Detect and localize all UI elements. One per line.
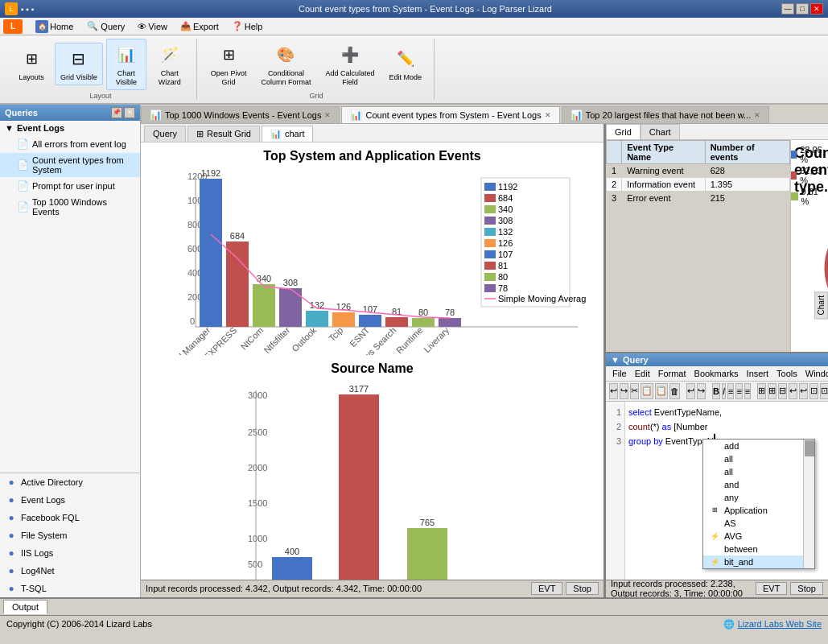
tab-top1000[interactable]: 📊 Top 1000 Windows Events - Event Logs ✕ — [141, 106, 340, 123]
tree-item-tsql[interactable]: ● T-SQL — [0, 580, 140, 597]
qtool-italic[interactable]: I — [722, 383, 726, 399]
tree-item-file-system[interactable]: ● File System — [0, 526, 140, 544]
ac-item-as[interactable]: AS — [703, 517, 803, 530]
menu-view[interactable]: 👁 View — [131, 20, 174, 33]
right-tab-chart[interactable]: Chart — [641, 124, 680, 139]
qtool-undo[interactable]: ↩ — [609, 383, 618, 399]
qmenu-format[interactable]: Format — [655, 368, 690, 379]
chart-wizard-btn[interactable]: 🪄 ChartWizard — [150, 39, 190, 90]
qmenu-insert[interactable]: Insert — [744, 368, 772, 379]
bar-mssql[interactable] — [226, 242, 249, 327]
qtool-cut[interactable]: ✂ — [630, 383, 639, 399]
right-stop-btn[interactable]: Stop — [790, 582, 823, 595]
qtool-redo[interactable]: ↪ — [620, 383, 628, 399]
ac-item-bit-and[interactable]: ⚡ bit_and — [703, 555, 803, 568]
qtool-grid1[interactable]: ⊞ — [757, 383, 766, 399]
conditional-column-btn[interactable]: 🎨 ConditionalColumn Format — [255, 39, 316, 90]
tree-item-prompt[interactable]: 📄 Prompt for user input — [0, 177, 140, 195]
inner-tab-result-grid[interactable]: ⊞ Result Grid — [187, 126, 260, 142]
qtool-undo2[interactable]: ↩ — [686, 383, 695, 399]
qtool-delete[interactable]: 🗑 — [669, 383, 680, 399]
menu-export[interactable]: 📤 Export — [174, 19, 225, 33]
left-evt-btn[interactable]: EVT — [531, 582, 562, 595]
ac-scrollbar[interactable] — [803, 440, 814, 568]
tree-item-iis-logs[interactable]: ● IIS Logs — [0, 544, 140, 562]
qtool-grid2[interactable]: ⊞ — [768, 383, 777, 399]
ac-item-any[interactable]: any — [703, 491, 803, 504]
bar-esnt[interactable] — [359, 315, 381, 327]
qmenu-file[interactable]: File — [609, 368, 630, 379]
panel-header-buttons[interactable]: 📌 ✕ — [111, 107, 135, 118]
qtool-redo2[interactable]: ↪ — [697, 383, 706, 399]
qtool-align-right[interactable]: ≡ — [744, 383, 751, 399]
menu-query[interactable]: 🔍 Query — [80, 19, 131, 35]
window-controls[interactable]: — □ ✕ — [781, 3, 823, 14]
bar-runtime[interactable] — [412, 318, 435, 327]
qmenu-bookmarks[interactable]: Bookmarks — [691, 368, 742, 379]
open-pivot-grid-btn[interactable]: ⊞ Open PivotGrid — [205, 39, 253, 90]
tab-count-event[interactable]: 📊 Count event types from System - Event … — [341, 106, 559, 123]
query-collapse-btn[interactable]: ▼ — [611, 355, 620, 365]
tree-item-event-logs[interactable]: ● Event Logs — [0, 491, 140, 509]
left-stop-btn[interactable]: Stop — [566, 582, 599, 595]
menu-home[interactable]: 🏠 Home — [29, 19, 80, 35]
right-tab-grid[interactable]: Grid — [606, 124, 641, 139]
maximize-btn[interactable]: □ — [796, 3, 809, 14]
right-evt-btn[interactable]: EVT — [756, 582, 787, 595]
ac-scroll-thumb[interactable] — [805, 440, 814, 456]
bar-tcip[interactable] — [332, 312, 355, 327]
add-calculated-btn[interactable]: ➕ Add CalculatedField — [319, 39, 380, 90]
tab-close-2[interactable]: ✕ — [754, 111, 760, 119]
ac-item-all2[interactable]: all — [703, 465, 803, 478]
tree-item-top1000[interactable]: 📄 Top 1000 Windows Events — [0, 195, 140, 219]
ac-item-application[interactable]: ⊞ Application — [703, 504, 803, 517]
bar-warning[interactable] — [407, 528, 447, 580]
ac-item-between[interactable]: between — [703, 543, 803, 555]
qtool-paste[interactable]: 📋 — [655, 383, 668, 399]
tree-item-all-errors[interactable]: 📄 All errors from event log — [0, 135, 140, 153]
qtool-align-left[interactable]: ≡ — [727, 383, 734, 399]
tree-item-facebook[interactable]: ● Facebook FQL — [0, 509, 140, 526]
bar-outlook[interactable] — [306, 311, 328, 327]
tab-close-0[interactable]: ✕ — [324, 111, 331, 119]
bar-ntcom[interactable] — [253, 284, 275, 327]
bar-winsearch[interactable] — [385, 317, 408, 327]
qtool-bold[interactable]: B — [712, 383, 720, 399]
inner-tab-query[interactable]: Query — [144, 126, 186, 142]
panel-close-btn[interactable]: ✕ — [124, 107, 135, 118]
autocomplete-dropdown[interactable]: add all all — [702, 439, 815, 569]
qtool-box1[interactable]: ⊡ — [809, 383, 818, 399]
qtool-back1[interactable]: ↩ — [789, 383, 797, 399]
tree-item-active-directory[interactable]: ● Active Directory — [0, 473, 140, 491]
footer-link[interactable]: Lizard Labs Web Site — [738, 619, 822, 629]
bar-scm[interactable] — [200, 179, 222, 327]
qmenu-window[interactable]: Window — [802, 368, 828, 379]
layouts-btn[interactable]: ⊞ Layouts — [11, 43, 51, 85]
ac-item-add[interactable]: add — [703, 440, 803, 452]
ac-item-avg[interactable]: ⚡ AVG — [703, 530, 803, 543]
bar-info[interactable] — [339, 394, 379, 580]
menu-help[interactable]: ❓ Help — [225, 19, 270, 33]
bar-liverary[interactable] — [439, 318, 461, 327]
chart-visible-btn[interactable]: 📊 ChartVisible — [106, 39, 146, 90]
minimize-btn[interactable]: — — [781, 3, 794, 14]
edit-mode-btn[interactable]: ✏️ Edit Mode — [383, 43, 427, 85]
tab-close-1[interactable]: ✕ — [545, 111, 551, 119]
qtool-box2[interactable]: ⊡ — [820, 383, 828, 399]
ac-item-all1[interactable]: all — [703, 452, 803, 465]
chart-side-tab[interactable]: Chart — [814, 291, 828, 319]
tree-item-log4net[interactable]: ● Log4Net — [0, 562, 140, 580]
footer-link-area[interactable]: 🌐 Lizard Labs Web Site — [723, 619, 822, 630]
qmenu-tools[interactable]: Tools — [773, 368, 801, 379]
panel-pin-btn[interactable]: 📌 — [111, 107, 122, 118]
qmenu-edit[interactable]: Edit — [632, 368, 653, 379]
qtool-copy[interactable]: 📋 — [641, 383, 653, 399]
qtool-align-center[interactable]: ≡ — [735, 383, 742, 399]
inner-tab-chart[interactable]: 📊 chart — [262, 126, 313, 142]
qtool-back2[interactable]: ↩ — [799, 383, 808, 399]
bar-error[interactable] — [272, 557, 312, 580]
close-btn[interactable]: ✕ — [810, 3, 823, 14]
tab-top20[interactable]: 📊 Top 20 largest files that have not bee… — [562, 106, 769, 123]
grid-visible-btn[interactable]: ⊟ Grid Visible — [55, 43, 103, 85]
ac-item-and[interactable]: and — [703, 478, 803, 491]
